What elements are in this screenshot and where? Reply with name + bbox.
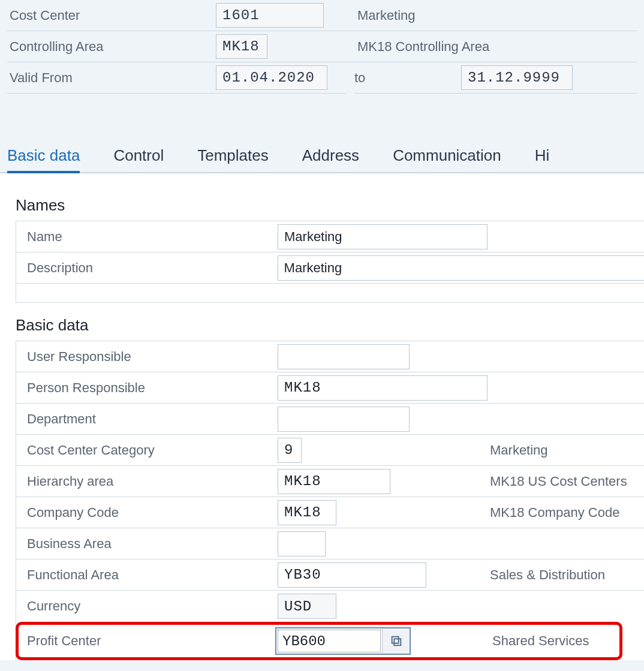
department-label: Department (27, 411, 278, 427)
profit-center-field-wrap (275, 627, 411, 655)
names-panel: Name Description (16, 221, 644, 303)
name-input[interactable] (278, 224, 487, 249)
company-code-desc: MK18 Company Code (490, 505, 619, 520)
valid-from-field[interactable]: 01.04.2020 (216, 65, 327, 90)
user-responsible-input[interactable] (278, 344, 410, 369)
person-responsible-row: Person Responsible (16, 372, 644, 404)
profit-center-value-help-button[interactable] (382, 628, 410, 654)
company-code-row: Company Code MK18 Company Code (16, 497, 644, 528)
tabs: Basic data Control Templates Address Com… (0, 142, 644, 173)
department-row: Department (16, 404, 644, 435)
cost-center-category-label: Cost Center Category (27, 443, 278, 458)
valid-to-label: to (354, 70, 461, 86)
profit-center-row-highlight: Profit Center Shared Services (16, 622, 622, 660)
business-area-label: Business Area (27, 536, 278, 552)
basic-data-section-title: Basic data (16, 316, 644, 335)
controlling-area-label: Controlling Area (7, 39, 216, 55)
functional-area-input[interactable] (278, 562, 426, 588)
controlling-area-desc: MK18 Controlling Area (357, 39, 489, 55)
basic-data-panel: User Responsible Person Responsible Depa… (16, 341, 644, 660)
user-responsible-row: User Responsible (16, 341, 644, 372)
functional-area-label: Functional Area (27, 567, 278, 583)
department-input[interactable] (278, 407, 410, 432)
company-code-input[interactable] (278, 500, 336, 525)
valid-from-row: Valid From 01.04.2020 to 31.12.9999 (7, 62, 637, 94)
hierarchy-area-row: Hierarchy area MK18 US Cost Centers (16, 466, 644, 497)
currency-row: Currency (16, 591, 644, 622)
currency-label: Currency (27, 598, 278, 614)
cost-center-category-input[interactable] (278, 438, 302, 463)
cost-center-category-desc: Marketing (490, 443, 548, 458)
company-code-label: Company Code (27, 505, 278, 520)
tab-history[interactable]: Hi (535, 142, 550, 171)
header-section: Cost Center 1601 Marketing Controlling A… (0, 0, 644, 94)
tab-templates[interactable]: Templates (197, 142, 269, 171)
business-area-row: Business Area (16, 528, 644, 559)
tab-address[interactable]: Address (302, 142, 359, 171)
currency-input[interactable] (278, 594, 336, 619)
person-responsible-label: Person Responsible (27, 380, 278, 396)
names-spacer (16, 284, 644, 303)
value-help-icon (390, 634, 403, 648)
functional-area-desc: Sales & Distribution (490, 567, 605, 583)
controlling-area-field[interactable]: MK18 (216, 34, 267, 59)
person-responsible-input[interactable] (278, 375, 487, 401)
tab-control[interactable]: Control (113, 142, 164, 171)
cost-center-row: Cost Center 1601 Marketing (7, 0, 637, 31)
tab-basic-data[interactable]: Basic data (7, 142, 80, 173)
cost-center-field[interactable]: 1601 (216, 3, 324, 28)
cost-center-desc: Marketing (357, 8, 416, 23)
description-input[interactable] (278, 255, 644, 281)
profit-center-input[interactable] (276, 628, 382, 654)
description-label: Description (27, 260, 278, 276)
valid-from-label: Valid From (7, 70, 216, 86)
business-area-input[interactable] (278, 531, 326, 556)
profit-center-label: Profit Center (27, 633, 275, 649)
hierarchy-area-input[interactable] (278, 469, 390, 494)
svg-rect-1 (394, 639, 401, 645)
profit-center-desc: Shared Services (492, 633, 589, 649)
hierarchy-area-desc: MK18 US Cost Centers (490, 474, 627, 489)
name-label: Name (27, 229, 278, 245)
user-responsible-label: User Responsible (27, 349, 278, 365)
controlling-area-row: Controlling Area MK18 MK18 Controlling A… (7, 31, 637, 62)
cost-center-label: Cost Center (7, 8, 216, 23)
description-row: Description (16, 252, 644, 284)
svg-rect-0 (392, 637, 398, 643)
cost-center-category-row: Cost Center Category Marketing (16, 435, 644, 466)
functional-area-row: Functional Area Sales & Distribution (16, 559, 644, 591)
name-row: Name (16, 221, 644, 252)
hierarchy-area-label: Hierarchy area (27, 474, 278, 489)
names-section-title: Names (16, 196, 644, 215)
content-area: Names Name Description Basic data User R… (0, 173, 644, 660)
tab-communication[interactable]: Communication (393, 142, 501, 171)
valid-to-field[interactable]: 31.12.9999 (461, 65, 573, 90)
